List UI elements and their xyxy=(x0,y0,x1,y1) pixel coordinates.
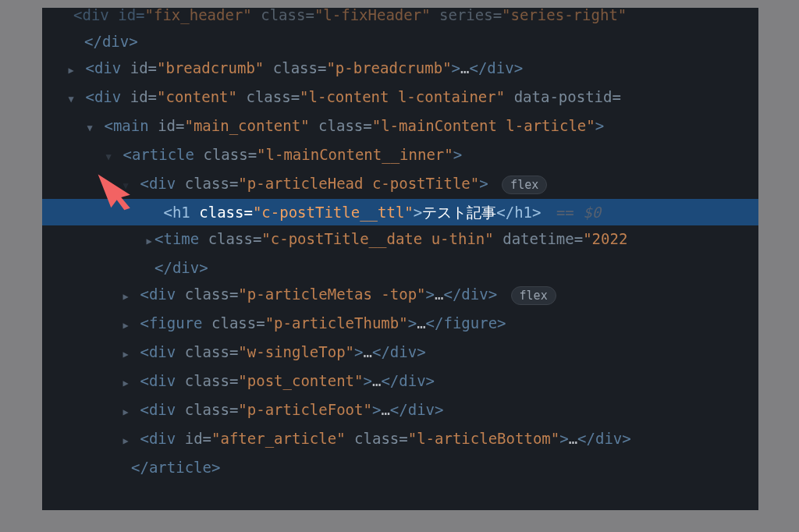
expand-arrow-icon[interactable]: ▶ xyxy=(120,341,131,367)
expand-arrow-icon[interactable]: ▶ xyxy=(120,370,131,396)
dom-line-figure[interactable]: ▶ <figure class="p-articleThumb">…</figu… xyxy=(42,310,758,339)
dom-line-closing-div-top: <div id="fix_header" class="l-fixHeader"… xyxy=(42,8,758,28)
dom-line-postcontent[interactable]: ▶ <div class="post_content">…</div> xyxy=(42,367,758,396)
dom-line-closing-div-inner[interactable]: </div> xyxy=(42,254,758,281)
dom-line-closing-article[interactable]: </article> xyxy=(42,454,758,481)
dom-line-articlemetas[interactable]: ▶ <div class="p-articleMetas -top">…</di… xyxy=(42,281,758,310)
flex-badge[interactable]: flex xyxy=(502,176,547,194)
expand-arrow-icon[interactable]: ▶ xyxy=(144,228,154,254)
dom-line-content[interactable]: ▼ <div id="content" class="l-content l-c… xyxy=(42,83,758,112)
dom-line-article[interactable]: ▼ <article class="l-mainContent__inner"> xyxy=(42,141,758,170)
dom-line-h1-selected[interactable]: <h1 class="c-postTitle__ttl">テスト記事</h1> … xyxy=(42,199,758,225)
expand-arrow-icon[interactable]: ▶ xyxy=(120,427,131,454)
dom-line-articlehead[interactable]: ▼ <div class="p-articleHead c-postTitle"… xyxy=(42,170,758,199)
dom-line-closing-div[interactable]: </div> xyxy=(42,28,758,55)
expand-arrow-icon[interactable]: ▶ xyxy=(66,57,76,83)
collapse-arrow-icon[interactable]: ▼ xyxy=(84,115,95,141)
dom-line-afterarticle[interactable]: ▶ <div id="after_article" class="l-artic… xyxy=(42,425,758,454)
expand-arrow-icon[interactable]: ▶ xyxy=(120,283,131,310)
dom-line-singletop[interactable]: ▶ <div class="w-singleTop">…</div> xyxy=(42,339,758,367)
dom-line-articlefoot[interactable]: ▶ <div class="p-articleFoot">…</div> xyxy=(42,396,758,425)
dom-line-main[interactable]: ▼ <main id="main_content" class="l-mainC… xyxy=(42,112,758,141)
flex-badge[interactable]: flex xyxy=(511,286,556,305)
dom-line-time[interactable]: ▶<time class="c-postTitle__date u-thin" … xyxy=(42,225,758,254)
expand-arrow-icon[interactable]: ▶ xyxy=(120,312,131,339)
collapse-arrow-icon[interactable]: ▼ xyxy=(66,86,76,112)
dom-line-breadcrumb[interactable]: ▶ <div id="breadcrumb" class="p-breadcru… xyxy=(42,55,758,83)
annotation-arrow-icon xyxy=(91,165,138,211)
devtools-elements-panel: <div id="fix_header" class="l-fixHeader"… xyxy=(42,8,758,510)
expand-arrow-icon[interactable]: ▶ xyxy=(120,399,131,425)
console-reference: == $0 xyxy=(556,204,601,221)
